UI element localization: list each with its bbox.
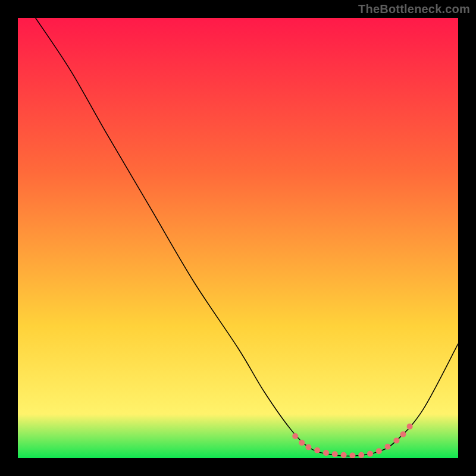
valley-dot	[323, 450, 329, 456]
gradient-background	[18, 18, 458, 458]
valley-dot	[305, 444, 311, 450]
valley-dot	[299, 440, 305, 446]
watermark-text: TheBottleneck.com	[358, 2, 470, 16]
valley-dot	[341, 452, 347, 458]
valley-dot	[407, 424, 413, 430]
valley-dot	[385, 444, 391, 450]
valley-dot	[367, 451, 373, 457]
valley-dot	[358, 452, 364, 458]
chart-stage: TheBottleneck.com	[0, 0, 476, 476]
plot-area	[18, 18, 458, 458]
plot-svg	[18, 18, 458, 458]
valley-dot	[376, 448, 382, 454]
valley-dot	[292, 433, 298, 439]
valley-dot	[332, 451, 338, 457]
valley-dot	[393, 437, 399, 443]
valley-dot	[314, 447, 320, 453]
valley-dot	[400, 431, 406, 437]
